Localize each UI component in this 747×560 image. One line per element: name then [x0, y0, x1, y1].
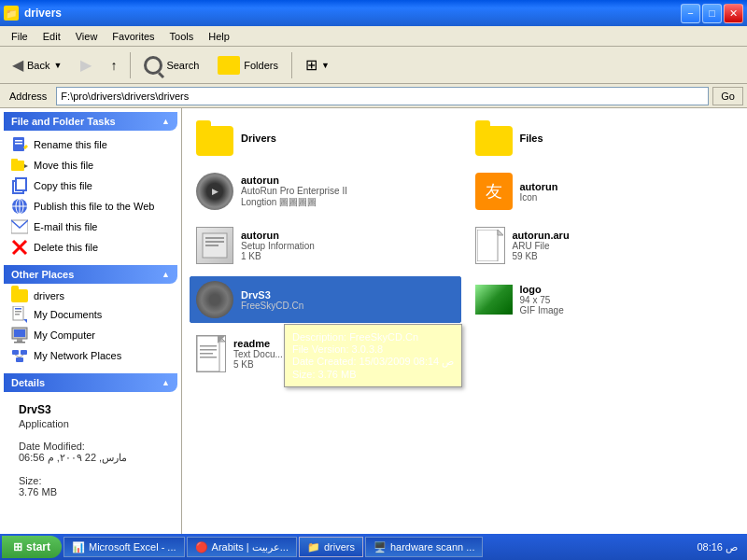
up-button[interactable]: ↑: [102, 54, 125, 77]
start-button[interactable]: ⊞ start: [2, 536, 62, 558]
go-button[interactable]: Go: [712, 87, 743, 105]
svg-line-27: [15, 355, 20, 357]
file-subdesc-autorun-exe: Longtion 圖圖圖圖: [241, 196, 455, 209]
details-size-value: 3.76 MB: [11, 486, 170, 497]
drivers-icon: 📁: [307, 541, 320, 553]
setup-icon: [196, 227, 233, 264]
svg-rect-1: [15, 140, 22, 142]
file-grid: Drivers Files ▶ autorun AutoRun Pro Ente…: [190, 116, 740, 377]
menu-edit[interactable]: Edit: [35, 29, 68, 44]
folder-icon: [11, 289, 28, 302]
other-places-collapse-icon: ▲: [162, 270, 170, 279]
svg-rect-21: [14, 329, 25, 337]
back-button[interactable]: ◀ Back ▼: [4, 52, 70, 77]
logo-icon: [475, 285, 513, 315]
file-name-aru: autorun.aru: [513, 230, 734, 241]
copy-task[interactable]: Copy this file: [4, 175, 177, 196]
address-bar: Address Go: [0, 84, 747, 108]
minimize-button[interactable]: −: [681, 4, 700, 23]
menu-favorites[interactable]: Favorites: [105, 29, 162, 44]
taskbar-drivers[interactable]: 📁 drivers: [299, 537, 363, 557]
file-item-files[interactable]: Files: [469, 116, 740, 161]
svg-marker-37: [219, 336, 225, 342]
readme-icon: [196, 335, 226, 372]
menu-view[interactable]: View: [68, 29, 106, 44]
drvs3-tooltip: Description: FreeSkyCD.Cn File Version: …: [284, 324, 462, 387]
forward-button[interactable]: ▶: [72, 52, 100, 77]
file-desc-autorun-icon: Icon: [520, 192, 734, 203]
email-task[interactable]: E-mail this file: [4, 217, 177, 237]
search-icon: [144, 56, 162, 75]
svg-rect-39: [200, 349, 217, 351]
title-bar: 📁 drivers − □ ✕: [0, 0, 747, 26]
details-section: Details ▲ DrvS3 Application Date Modifie…: [4, 373, 177, 501]
details-header[interactable]: Details ▲: [4, 373, 177, 392]
address-input[interactable]: [56, 87, 709, 105]
place-mydocs[interactable]: My Documents: [4, 304, 177, 325]
excel-icon: 📊: [72, 541, 85, 553]
file-name-setup: autorun: [241, 230, 455, 241]
svg-rect-18: [15, 311, 21, 313]
folders-button[interactable]: Folders: [209, 52, 287, 78]
other-places-header[interactable]: Other Places ▲: [4, 265, 177, 284]
delete-task[interactable]: Delete this file: [4, 237, 177, 258]
window-controls: − □ ✕: [681, 4, 743, 23]
svg-rect-8: [16, 178, 26, 190]
file-name-autorun-icon: autorun: [520, 181, 734, 192]
file-tasks-collapse-icon: ▲: [162, 117, 170, 126]
file-subdesc-logo: GIF Image: [520, 305, 734, 315]
rename-task[interactable]: Rename this file: [4, 134, 177, 155]
folders-icon: [218, 56, 240, 75]
taskbar: ⊞ start 📊 Microsoft Excel - ... 🔴 Arabit…: [0, 534, 747, 560]
file-subdesc-setup: 1 KB: [241, 251, 455, 261]
windows-logo: ⊞: [13, 540, 22, 553]
svg-rect-30: [205, 237, 224, 239]
details-name: DrvS3: [11, 403, 170, 416]
publish-task[interactable]: Publish this file to the Web: [4, 196, 177, 217]
view-button[interactable]: ⊞ ▼: [297, 52, 338, 77]
search-button[interactable]: Search: [135, 52, 207, 78]
mycomp-icon: [11, 327, 28, 343]
file-item-autorun-exe[interactable]: ▶ autorun AutoRun Pro Enterprise II Long…: [190, 168, 461, 215]
file-item-drvs3[interactable]: DrvS3 FreeSkyCD.Cn Description: FreeSkyC…: [190, 276, 461, 323]
move-task[interactable]: Move this file: [4, 155, 177, 175]
autorun-exe-icon: ▶: [196, 173, 233, 210]
file-item-autorun-setup[interactable]: autorun Setup Information 1 KB: [190, 222, 461, 269]
maximize-button[interactable]: □: [702, 4, 722, 23]
file-item-autorun-icon[interactable]: 友 autorun Icon: [469, 168, 740, 215]
views-icon: ⊞: [305, 56, 317, 74]
autorun-friend-icon: 友: [475, 173, 513, 210]
main-layout: File and Folder Tasks ▲ Rename this file: [0, 108, 747, 534]
svg-rect-33: [477, 230, 498, 261]
tooltip-size: Size: 3.76 MB: [292, 369, 454, 380]
file-tasks-header[interactable]: File and Folder Tasks ▲: [4, 112, 177, 131]
file-item-drivers[interactable]: Drivers: [190, 116, 461, 161]
details-type: Application: [11, 418, 170, 429]
file-item-logo[interactable]: logo 94 x 75 GIF Image: [469, 276, 740, 323]
file-name-drivers: Drivers: [241, 133, 455, 144]
back-dropdown-icon[interactable]: ▼: [53, 61, 62, 70]
place-drivers[interactable]: drivers: [4, 287, 177, 304]
svg-rect-26: [16, 357, 23, 362]
file-item-autorun-aru[interactable]: autorun.aru ARU File 59 KB: [469, 222, 740, 269]
taskbar-arabits[interactable]: 🔴 Arabits | عربيت...: [187, 537, 297, 557]
taskbar-clock: 08:16 ص: [689, 541, 745, 553]
taskbar-hardware[interactable]: 🖥️ hardware scann ...: [365, 537, 484, 557]
close-button[interactable]: ✕: [724, 4, 743, 23]
menu-file[interactable]: File: [4, 29, 35, 44]
network-icon: [11, 347, 28, 364]
menu-help[interactable]: Help: [201, 29, 237, 44]
tooltip-description: Description: FreeSkyCD.Cn: [292, 331, 454, 343]
copy-icon: [11, 177, 28, 194]
drvs3-icon: [196, 281, 233, 318]
back-icon: ◀: [12, 56, 23, 74]
arabits-icon: 🔴: [195, 541, 208, 553]
taskbar-excel[interactable]: 📊 Microsoft Excel - ...: [63, 537, 185, 557]
menu-tools[interactable]: Tools: [162, 29, 202, 44]
place-network[interactable]: My Network Places: [4, 345, 177, 366]
svg-rect-25: [21, 350, 27, 355]
place-mycomp[interactable]: My Computer: [4, 325, 177, 345]
file-desc-aru: ARU File: [513, 241, 734, 251]
view-dropdown-icon[interactable]: ▼: [321, 61, 330, 70]
file-desc-logo: 94 x 75: [520, 295, 734, 305]
